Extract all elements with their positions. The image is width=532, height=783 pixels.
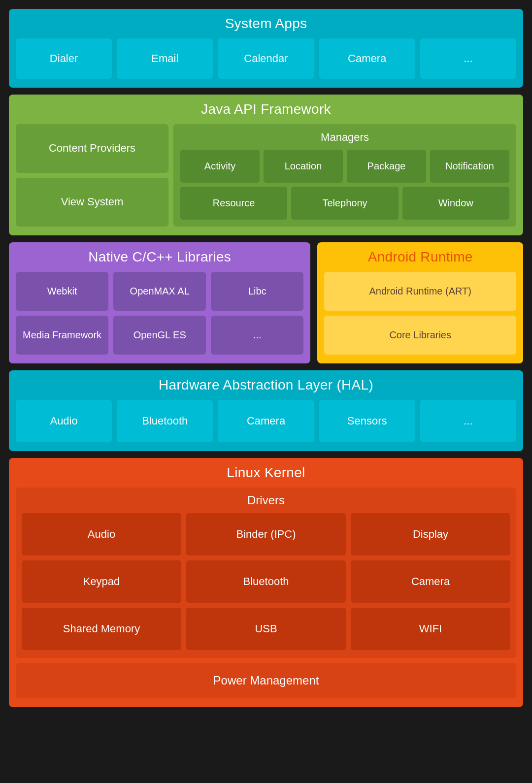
android-runtime-layer: Android Runtime Android Runtime (ART) Co… (317, 242, 523, 363)
linux-kernel-layer: Linux Kernel Drivers Audio Binder (IPC) … (9, 458, 523, 707)
native-runtime-row: Native C/C++ Libraries Webkit OpenMAX AL… (9, 242, 523, 363)
app-dialer: Dialer (16, 38, 112, 79)
hal-grid: Audio Bluetooth Camera Sensors ... (16, 400, 516, 442)
driver-shared-memory: Shared Memory (22, 608, 181, 650)
native-cpp-layer: Native C/C++ Libraries Webkit OpenMAX AL… (9, 242, 310, 363)
power-management-box: Power Management (16, 663, 516, 698)
hal-title: Hardware Abstraction Layer (HAL) (16, 377, 516, 393)
java-api-title: Java API Framework (16, 101, 516, 117)
java-api-layer: Java API Framework Content Providers Vie… (9, 95, 523, 235)
runtime-core-libs: Core Libraries (324, 316, 516, 355)
driver-wifi: WIFI (351, 608, 510, 650)
driver-keypad: Keypad (22, 560, 181, 603)
driver-display: Display (351, 513, 510, 555)
driver-usb: USB (186, 608, 346, 650)
linux-kernel-title: Linux Kernel (16, 465, 516, 481)
app-more: ... (420, 38, 516, 79)
hal-camera: Camera (218, 400, 314, 442)
native-webkit: Webkit (16, 272, 108, 311)
native-cpp-title: Native C/C++ Libraries (16, 249, 303, 265)
system-apps-grid: Dialer Email Calendar Camera ... (16, 38, 516, 79)
manager-notification: Notification (430, 150, 509, 183)
native-openmax: OpenMAX AL (113, 272, 206, 311)
system-apps-layer: System Apps Dialer Email Calendar Camera… (9, 9, 523, 88)
managers-title: Managers (180, 131, 509, 144)
java-api-inner: Content Providers View System Managers A… (16, 124, 516, 227)
managers-row-2: Resource Telephony Window (180, 187, 509, 220)
hal-more: ... (420, 400, 516, 442)
app-email: Email (117, 38, 213, 79)
java-api-right: Managers Activity Location Package Notif… (173, 124, 516, 227)
android-runtime-title: Android Runtime (324, 249, 516, 265)
driver-binder: Binder (IPC) (186, 513, 346, 555)
driver-bluetooth: Bluetooth (186, 560, 346, 603)
native-media: Media Framework (16, 316, 108, 355)
manager-activity: Activity (180, 150, 260, 183)
app-camera: Camera (319, 38, 415, 79)
system-apps-title: System Apps (16, 16, 516, 32)
drivers-title: Drivers (22, 493, 510, 507)
hal-audio: Audio (16, 400, 112, 442)
manager-location: Location (264, 150, 343, 183)
runtime-grid: Android Runtime (ART) Core Libraries (324, 272, 516, 355)
view-system-box: View System (16, 178, 168, 227)
manager-telephony: Telephony (291, 187, 398, 220)
runtime-art: Android Runtime (ART) (324, 272, 516, 311)
hal-layer: Hardware Abstraction Layer (HAL) Audio B… (9, 370, 523, 451)
native-more: ... (211, 316, 303, 355)
managers-grid: Activity Location Package Notification R… (180, 150, 509, 220)
manager-package: Package (347, 150, 426, 183)
native-opengl: OpenGL ES (113, 316, 206, 355)
java-api-left: Content Providers View System (16, 124, 168, 227)
managers-row-1: Activity Location Package Notification (180, 150, 509, 183)
driver-audio: Audio (22, 513, 181, 555)
content-providers-box: Content Providers (16, 124, 168, 173)
manager-window: Window (402, 187, 509, 220)
manager-resource: Resource (180, 187, 287, 220)
hal-bluetooth: Bluetooth (117, 400, 213, 442)
native-libc: Libc (211, 272, 303, 311)
drivers-section: Drivers Audio Binder (IPC) Display Keypa… (16, 488, 516, 658)
app-calendar: Calendar (218, 38, 314, 79)
drivers-grid: Audio Binder (IPC) Display Keypad Blueto… (22, 513, 510, 650)
hal-sensors: Sensors (319, 400, 415, 442)
native-grid: Webkit OpenMAX AL Libc Media Framework O… (16, 272, 303, 355)
driver-camera: Camera (351, 560, 510, 603)
